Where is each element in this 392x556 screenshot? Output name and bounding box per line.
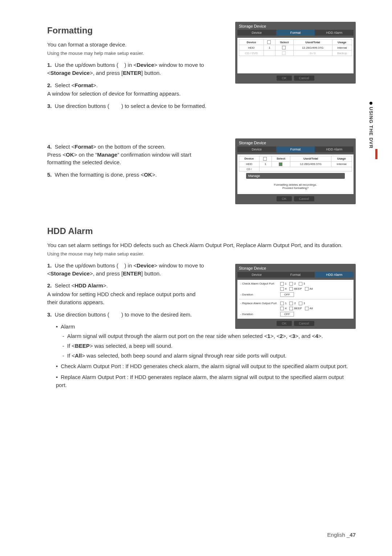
- screenshot-format-confirm: Storage Device Device Format HDD Alarm D…: [235, 138, 356, 204]
- dash-all: If <All> was selected, both beep sound a…: [62, 352, 356, 359]
- tab-hdd-alarm[interactable]: HDD Alarm: [315, 30, 354, 36]
- screenshot-format-list: Storage Device Device Format HDD Alarm D…: [235, 22, 356, 84]
- step-1: 1. Use the up/down buttons ( ) in <Devic…: [47, 61, 207, 77]
- screenshot-hdd-alarm: Storage Device Device Format HDD Alarm -…: [235, 264, 356, 329]
- step-2: 2. Select <Format>.A window for selectio…: [47, 81, 207, 98]
- manage-dialog-title: Manage: [246, 173, 345, 179]
- ha-step-2: 2. Select <HDD Alarm>.A window for setti…: [47, 282, 207, 306]
- cancel-button[interactable]: Cancel: [294, 76, 314, 81]
- bullet-replace-alarm: Replace Alarm Output Port : If HDD gener…: [56, 373, 356, 389]
- side-tab: USING THE DVR: [368, 102, 374, 149]
- step-5: 5. When the formatting is done, press <O…: [47, 171, 207, 179]
- ok-button[interactable]: OK: [277, 76, 291, 81]
- dash-alarm-ports: Alarm signal will output through the ala…: [62, 332, 356, 340]
- page-footer: English _47: [327, 532, 356, 538]
- dash-beep: If <BEEP> was selected, a beep will soun…: [62, 342, 356, 350]
- tab-format[interactable]: Format: [276, 30, 315, 36]
- hdd-alarm-tip: Using the mouse may help make setup easi…: [47, 251, 356, 257]
- bullet-check-alarm: Check Alarm Output Port : If HDD generat…: [56, 362, 356, 370]
- window-title: Storage Device: [239, 24, 266, 28]
- device-table: DeviceSelectUsed/TotalUsage HDD112.28G/4…: [239, 39, 352, 56]
- ha-step-1: 1. Use the up/down buttons ( ) in <Devic…: [47, 262, 207, 278]
- step-3: 3. Use direction buttons ( ) to select a…: [47, 102, 207, 110]
- tab-device[interactable]: Device: [237, 30, 276, 36]
- section-heading-hdd-alarm: HDD Alarm: [47, 226, 356, 236]
- ha-step-3: 3. Use direction buttons ( ) to move to …: [47, 311, 207, 319]
- step-4: 4. Select <Format> on the bottom of the …: [47, 143, 207, 166]
- hdd-alarm-intro: You can set alarm settings for HDD defec…: [47, 242, 356, 248]
- side-accent-bar: [375, 149, 377, 159]
